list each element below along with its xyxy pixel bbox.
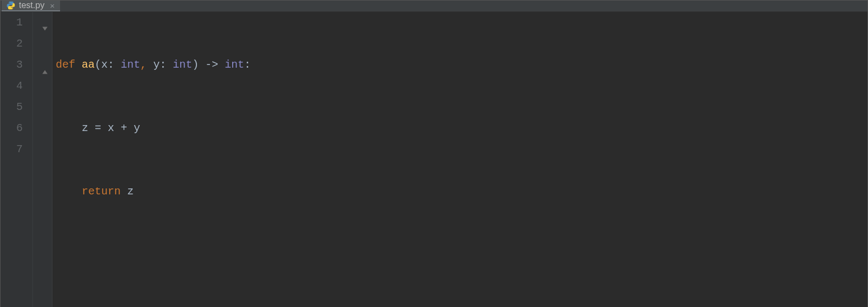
tab-bar: test.py × <box>1 1 867 12</box>
code-line[interactable]: def aa(x: int, y: int) -> int: <box>55 54 867 75</box>
line-number: 5 <box>1 96 23 117</box>
line-number: 2 <box>1 33 23 54</box>
python-file-icon <box>6 1 16 10</box>
line-number: 1 <box>1 12 23 33</box>
fold-marker-icon[interactable] <box>42 18 49 26</box>
close-icon[interactable]: × <box>48 2 55 10</box>
line-number: 7 <box>1 139 23 160</box>
type: int <box>121 58 140 71</box>
tab-test-py[interactable]: test.py × <box>2 1 60 11</box>
param: x <box>101 58 108 71</box>
code-line[interactable] <box>55 244 867 265</box>
ide-window: test.py × 1 2 3 4 5 6 7 def aa(x: int, y… <box>0 0 868 307</box>
function-name: aa <box>82 58 95 71</box>
type: int <box>225 58 244 71</box>
param: y <box>153 58 160 71</box>
code-line[interactable]: return z <box>55 181 867 202</box>
type: int <box>173 58 192 71</box>
line-number-gutter: 1 2 3 4 5 6 7 <box>1 12 33 307</box>
line-number: 4 <box>1 75 23 96</box>
code-line[interactable]: z = x + y <box>55 117 867 139</box>
keyword-def: def <box>56 58 75 71</box>
code-area[interactable]: def aa(x: int, y: int) -> int: z = x + y… <box>52 12 867 307</box>
fold-gutter <box>33 12 52 307</box>
code-editor[interactable]: 1 2 3 4 5 6 7 def aa(x: int, y: int) -> … <box>1 12 867 307</box>
fold-end-icon[interactable] <box>42 62 49 69</box>
tab-filename: test.py <box>19 1 44 10</box>
line-number: 3 <box>1 54 23 75</box>
line-number: 6 <box>1 117 23 139</box>
keyword-return: return <box>82 185 121 198</box>
